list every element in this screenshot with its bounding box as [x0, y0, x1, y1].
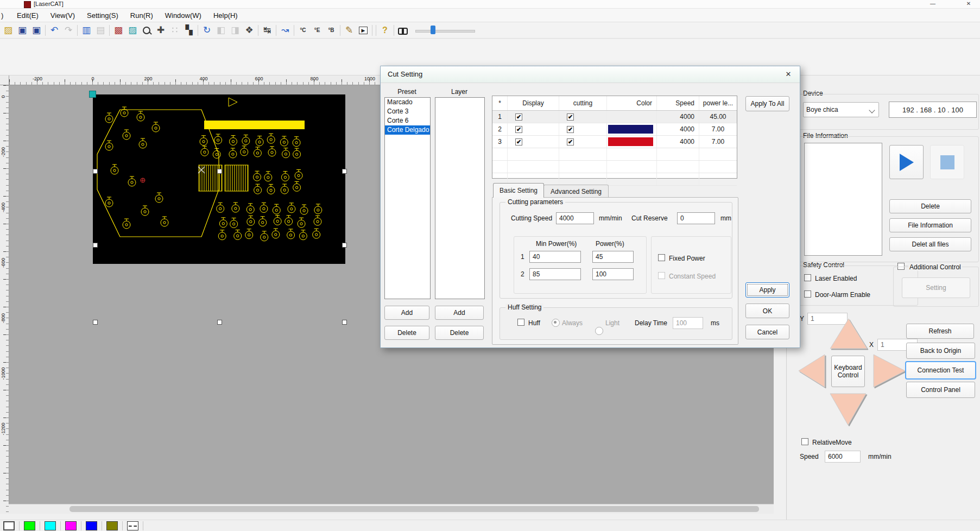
- group-icon[interactable]: ❖: [242, 23, 256, 37]
- relative-move-checkbox[interactable]: [801, 438, 808, 445]
- curve-node-icon[interactable]: ↝: [278, 23, 292, 37]
- display-checkbox[interactable]: [515, 126, 522, 133]
- jog-up-arrow[interactable]: [830, 319, 867, 349]
- find-icon[interactable]: [396, 23, 410, 37]
- preview-icon[interactable]: ▩: [111, 23, 125, 37]
- selection-rotation-handle[interactable]: [89, 91, 96, 98]
- save-all-icon[interactable]: ▣: [29, 23, 43, 37]
- palette-swatch-blue[interactable]: [86, 521, 97, 530]
- delay-time-input[interactable]: [673, 317, 703, 329]
- preset-item[interactable]: Marcado: [385, 98, 430, 107]
- delete-file-button[interactable]: Delete: [889, 199, 971, 213]
- table-row[interactable]: 340007.00: [492, 136, 737, 148]
- jog-down-arrow[interactable]: [830, 394, 866, 425]
- menu-item-edit[interactable]: Edit(E): [11, 11, 45, 20]
- min-power-1-input[interactable]: [529, 251, 581, 263]
- cut-order-c-icon[interactable]: °C: [296, 23, 310, 37]
- selection-handle[interactable]: [93, 243, 98, 248]
- color-cell[interactable]: [607, 111, 657, 123]
- save-icon[interactable]: ▣: [15, 23, 29, 37]
- speed-cell[interactable]: 4000: [657, 111, 699, 123]
- jog-right-arrow[interactable]: [874, 355, 905, 387]
- play-button[interactable]: [889, 145, 924, 179]
- display-checkbox[interactable]: [515, 138, 522, 146]
- cancel-button[interactable]: Cancel: [745, 325, 789, 339]
- cutting-speed-input[interactable]: [556, 212, 594, 224]
- close-button[interactable]: ✕: [960, 0, 977, 8]
- speed-cell[interactable]: 4000: [657, 136, 699, 148]
- speed-cell[interactable]: 4000: [657, 123, 699, 135]
- apply-to-all-button[interactable]: Apply To All: [745, 96, 789, 111]
- open-icon[interactable]: ▨: [1, 23, 15, 37]
- power-1-input[interactable]: [592, 251, 634, 263]
- min-power-2-input[interactable]: [529, 268, 581, 280]
- power-cell[interactable]: 7.00: [699, 123, 737, 135]
- color-cell[interactable]: [607, 136, 657, 148]
- stop-button[interactable]: [930, 145, 964, 179]
- laser-enabled-checkbox[interactable]: [804, 274, 811, 281]
- jog-speed-input[interactable]: [825, 451, 861, 463]
- always-radio[interactable]: [552, 319, 560, 327]
- palette-swatch-white[interactable]: [3, 521, 15, 530]
- layer-delete-button[interactable]: Delete: [435, 326, 484, 340]
- design-page[interactable]: [93, 94, 345, 264]
- device-ip-input[interactable]: [889, 102, 977, 118]
- layer-add-button[interactable]: Add: [435, 306, 484, 320]
- selection-handle[interactable]: [93, 169, 98, 174]
- apply-button[interactable]: Apply: [745, 282, 789, 298]
- cut-order-e-icon[interactable]: °E: [310, 23, 324, 37]
- menu-item-clipped[interactable]: ): [0, 11, 11, 20]
- menu-item-run[interactable]: Run(R): [124, 11, 159, 20]
- keyboard-control-button[interactable]: Keyboard Control: [831, 356, 865, 387]
- palette-swatch-olive[interactable]: [106, 521, 118, 530]
- undo-icon[interactable]: ↶: [47, 23, 61, 37]
- file-information-button[interactable]: File Information: [889, 218, 971, 232]
- power-cell[interactable]: 45.00: [699, 111, 737, 123]
- constant-speed-checkbox[interactable]: [658, 272, 665, 279]
- layer-list[interactable]: [435, 97, 485, 299]
- selection-handle[interactable]: [342, 169, 347, 174]
- selection-handle[interactable]: [93, 320, 98, 325]
- menu-item-help[interactable]: Help(H): [207, 11, 244, 20]
- file-list[interactable]: [804, 143, 882, 256]
- table-row[interactable]: 240007.00: [492, 123, 737, 136]
- selection-handle[interactable]: [217, 169, 222, 174]
- menu-item-window[interactable]: Window(W): [159, 11, 207, 20]
- ok-button[interactable]: OK: [745, 304, 789, 318]
- minimize-button[interactable]: —: [925, 0, 941, 8]
- power-2-input[interactable]: [592, 268, 634, 280]
- scrollbar-thumb[interactable]: [69, 506, 759, 512]
- preset-item[interactable]: Corte 3: [385, 107, 430, 116]
- preset-item[interactable]: Corte 6: [385, 116, 430, 125]
- setting-button[interactable]: Setting: [902, 277, 970, 298]
- center-icon[interactable]: ✚: [154, 23, 168, 37]
- palette-swatch-magenta[interactable]: [65, 521, 77, 530]
- control-panel-button[interactable]: Control Panel: [906, 382, 975, 398]
- cutting-checkbox[interactable]: [567, 126, 574, 133]
- preset-delete-button[interactable]: Delete: [384, 326, 429, 340]
- column-header[interactable]: Display: [508, 96, 559, 110]
- tab-basic-setting[interactable]: Basic Setting: [493, 183, 544, 198]
- align-size-icon[interactable]: ↹: [260, 23, 274, 37]
- dialog-title-bar[interactable]: Cut Setting ✕: [381, 66, 800, 83]
- menu-item-setting[interactable]: Setting(S): [81, 11, 124, 20]
- column-header[interactable]: *: [492, 96, 508, 110]
- layer-settings-table[interactable]: *DisplaycuttingColorSpeedpower le...1400…: [492, 96, 737, 179]
- cutting-checkbox[interactable]: [567, 113, 574, 121]
- palette-swatch-cyan[interactable]: [45, 521, 56, 530]
- table-row[interactable]: 1400045.00: [492, 111, 737, 123]
- tab-advanced-setting[interactable]: Advanced Setting: [543, 185, 609, 198]
- refresh-button[interactable]: Refresh: [906, 324, 974, 339]
- jog-left-arrow[interactable]: [799, 355, 825, 387]
- array-copy-icon[interactable]: ▚: [182, 23, 196, 37]
- copy-icon[interactable]: ▥: [79, 23, 93, 37]
- connection-test-button[interactable]: Connection Test: [905, 361, 976, 380]
- help-icon[interactable]: ?: [378, 23, 392, 37]
- selection-handle[interactable]: [342, 320, 347, 325]
- column-header[interactable]: cutting: [559, 96, 607, 110]
- fixed-power-checkbox[interactable]: [658, 254, 665, 261]
- zoom-slider[interactable]: [415, 25, 475, 36]
- slider-thumb[interactable]: [431, 26, 435, 34]
- cut-order-b-icon[interactable]: °B: [324, 23, 338, 37]
- palette-swatch-dashed[interactable]: [127, 521, 138, 530]
